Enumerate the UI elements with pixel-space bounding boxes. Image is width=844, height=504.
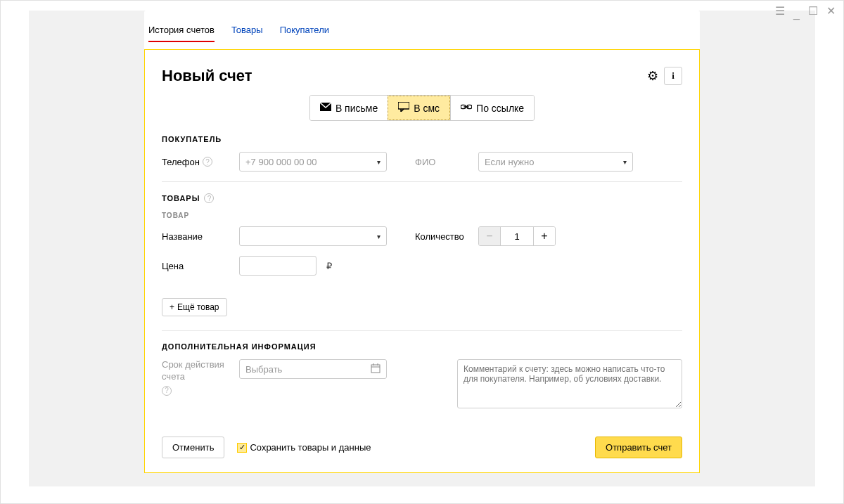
qty-label: Количество [415, 231, 471, 242]
invoice-form: Новый счет ⚙ i В письме [144, 49, 700, 473]
help-icon[interactable]: ? [204, 193, 214, 203]
minimize-icon[interactable]: _ [793, 8, 800, 20]
tab-goods[interactable]: Товары [231, 25, 263, 42]
chevron-down-icon: ▾ [377, 233, 381, 240]
currency-sign: ₽ [326, 261, 332, 271]
link-icon [461, 102, 472, 114]
add-item-button[interactable]: + Ещё товар [162, 298, 227, 316]
mode-sms[interactable]: В смс [388, 96, 450, 120]
name-label: Название [162, 231, 232, 242]
fio-select[interactable]: Если нужно ▾ [478, 152, 633, 172]
phone-label: Телефон ? [162, 157, 232, 167]
help-icon[interactable]: ? [203, 157, 212, 167]
price-input[interactable] [239, 256, 316, 276]
price-label: Цена [162, 261, 232, 271]
section-goods: ТОВАРЫ ? [162, 193, 682, 203]
page-title: Новый счет [162, 67, 252, 85]
checkbox-icon: ✓ [237, 443, 247, 453]
help-icon[interactable]: ? [162, 386, 172, 396]
qty-plus[interactable]: + [534, 227, 555, 245]
chevron-down-icon: ▾ [623, 158, 627, 166]
section-item: ТОВАР [162, 212, 682, 219]
cancel-button[interactable]: Отменить [162, 437, 224, 458]
envelope-icon [320, 102, 331, 114]
quantity-stepper: − + [478, 226, 556, 246]
mode-email[interactable]: В письме [310, 96, 388, 120]
maximize-icon[interactable]: ☐ [808, 6, 818, 17]
qty-minus[interactable]: − [479, 227, 500, 245]
fio-label: ФИО [415, 157, 471, 167]
svg-rect-5 [371, 365, 380, 373]
svg-rect-1 [398, 102, 409, 109]
menu-icon[interactable]: ☰ [775, 6, 785, 17]
chevron-down-icon: ▾ [377, 158, 381, 166]
section-buyer: ПОКУПАТЕЛЬ [162, 135, 682, 143]
tab-buyers[interactable]: Покупатели [280, 25, 329, 42]
save-data-checkbox[interactable]: ✓ Сохранить товары и данные [237, 442, 371, 453]
validity-label: Срок действия счета ? [162, 359, 232, 396]
validity-date[interactable]: Выбрать [239, 359, 387, 379]
section-extra: ДОПОЛНИТЕЛЬНАЯ ИНФОРМАЦИЯ [162, 342, 682, 351]
send-invoice-button[interactable]: Отправить счет [595, 437, 682, 458]
tab-history[interactable]: История счетов [148, 25, 215, 42]
comment-textarea[interactable] [457, 359, 682, 408]
qty-input[interactable] [500, 227, 534, 245]
calendar-icon [371, 363, 381, 375]
plus-icon: + [170, 302, 174, 312]
name-select[interactable]: ▾ [239, 226, 387, 246]
info-icon[interactable]: i [664, 67, 682, 85]
phone-select[interactable]: +7 900 000 00 00 ▾ [239, 152, 387, 172]
window-controls: ☰ _ ☐ ✕ [775, 6, 836, 17]
gear-icon[interactable]: ⚙ [647, 68, 658, 84]
send-mode-segmented: В письме В смс По ссылке [309, 95, 535, 121]
chat-icon [398, 102, 409, 114]
close-window-icon[interactable]: ✕ [826, 6, 836, 17]
mode-link[interactable]: По ссылке [450, 96, 534, 120]
tabs: История счетов Товары Покупатели [144, 11, 700, 49]
